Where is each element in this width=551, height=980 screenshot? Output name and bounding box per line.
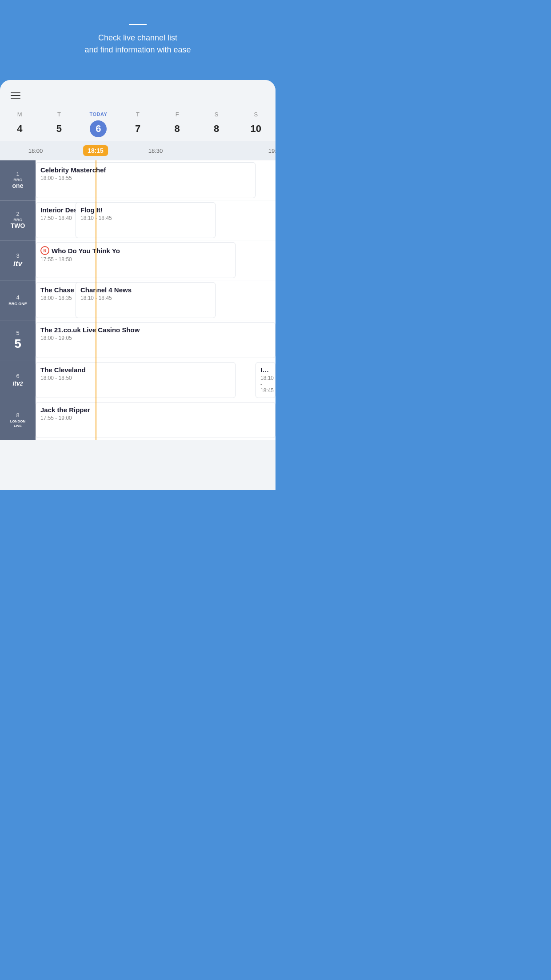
program-time: 18:10 - 18:45 (80, 295, 211, 301)
program-time: 17:55 - 18:50 (40, 256, 231, 263)
program-title-row: Jack the Ripper (40, 406, 271, 414)
date-day-letter: S (215, 111, 219, 118)
date-number: 8 (208, 120, 225, 137)
date-item[interactable]: S 8 (197, 111, 236, 137)
channel-logo: BBC ONE (8, 302, 27, 307)
program-item[interactable]: Channel 4 News18:10 - 18:45 (76, 282, 216, 318)
program-title: The 21.co.uk Live Casino Show (40, 326, 140, 334)
time-indicator (96, 400, 96, 440)
program-item[interactable]: RWho Do You Think Yo17:55 - 18:50 (36, 242, 236, 278)
time-slot-label: 18:00 (28, 147, 43, 154)
channel-row: 4BBC ONEThe Chase18:00 - 18:35Channel 4 … (0, 280, 276, 320)
channel-number: 4 (16, 294, 19, 301)
date-day-letter: T (57, 111, 61, 118)
date-item[interactable]: M 4 (0, 111, 40, 137)
channel-row: 3itvRWho Do You Think Yo17:55 - 18:50 (0, 240, 276, 280)
channel-row: 8LONDONLIVEJack the Ripper17:55 - 19:00 (0, 400, 276, 440)
program-item[interactable]: Interior Desi18:10 - 18:45 (256, 362, 276, 398)
program-title: Who Do You Think Yo (52, 247, 120, 255)
programs-area: The Cleveland18:00 - 18:50Interior Desi1… (36, 360, 276, 400)
programs-area: RWho Do You Think Yo17:55 - 18:50 (36, 240, 276, 280)
program-time: 18:00 - 19:05 (40, 335, 271, 341)
hero-section: Check live channel listand find informat… (0, 0, 276, 69)
programs-area: The Chase18:00 - 18:35Channel 4 News18:1… (36, 280, 276, 320)
date-strip: M 4 T 5 TODAY 6 T 7 F 8 S 8 S 10 (0, 106, 276, 141)
program-item[interactable]: The Cleveland18:00 - 18:50 (36, 362, 236, 398)
programs-area: Celebrity Masterchef18:00 - 18:55 (36, 160, 276, 200)
date-day-letter: T (136, 111, 140, 118)
program-title: Channel 4 News (80, 286, 132, 294)
channel-row: 6itv2The Cleveland18:00 - 18:50Interior … (0, 360, 276, 400)
channel-number: 5 (16, 330, 19, 336)
channel-number: 6 (16, 373, 19, 379)
program-title: Interior Desi (260, 366, 271, 374)
time-indicator (96, 360, 96, 400)
date-item[interactable]: TODAY 6 (79, 112, 118, 137)
date-number: 4 (11, 120, 28, 137)
program-title-row: RWho Do You Think Yo (40, 246, 231, 255)
channel-logo: BBCTWO (11, 218, 25, 229)
channel-label: 2BBCTWO (0, 200, 36, 240)
channel-number: 8 (16, 412, 19, 418)
channel-row: 1BBConeCelebrity Masterchef18:00 - 18:55 (0, 160, 276, 200)
program-title-row: Celebrity Masterchef (40, 166, 251, 174)
hero-divider (129, 24, 147, 25)
program-title: The Chase (40, 286, 74, 294)
menu-icon[interactable] (11, 92, 20, 99)
channel-logo: itv (13, 260, 22, 268)
time-indicator (96, 240, 96, 280)
channel-row: 55The 21.co.uk Live Casino Show18:00 - 1… (0, 320, 276, 360)
channel-logo: LONDONLIVE (10, 419, 26, 429)
current-time-label: 18:15 (83, 145, 108, 156)
time-indicator (96, 200, 96, 240)
program-time: 17:55 - 19:00 (40, 415, 271, 421)
program-title-row: The Cleveland (40, 366, 231, 374)
channel-logo: 5 (14, 337, 21, 351)
today-label: TODAY (90, 112, 108, 117)
program-item[interactable]: Jack the Ripper17:55 - 19:00 (36, 402, 276, 438)
date-number: 8 (169, 120, 186, 137)
time-indicator (96, 320, 96, 360)
date-number: 10 (248, 120, 264, 137)
date-number: 5 (51, 120, 68, 137)
channel-number: 3 (16, 252, 19, 259)
date-item[interactable]: T 7 (118, 111, 158, 137)
date-number: 6 (90, 120, 107, 137)
time-slot-label: 18:30 (148, 147, 163, 154)
date-item[interactable]: T 5 (40, 111, 79, 137)
program-title: The Cleveland (40, 366, 86, 374)
time-header: 18:0018:1518:3019:00 (0, 141, 276, 160)
date-day-letter: F (176, 111, 179, 118)
program-time: 18:10 - 18:45 (80, 215, 211, 221)
date-item[interactable]: F 8 (157, 111, 197, 137)
channel-label: 3itv (0, 240, 36, 280)
program-title-row: Channel 4 News (80, 286, 211, 294)
app-card: M 4 T 5 TODAY 6 T 7 F 8 S 8 S 10 18:0018… (0, 80, 276, 490)
channel-label: 1BBCone (0, 160, 36, 200)
program-title: Jack the Ripper (40, 406, 90, 414)
program-item[interactable]: Celebrity Masterchef18:00 - 18:55 (36, 162, 256, 198)
channel-row: 2BBCTWOInterior Design Maste17:50 - 18:4… (0, 200, 276, 240)
programs-area: Interior Design Maste17:50 - 18:40Flog I… (36, 200, 276, 240)
program-item[interactable]: The 21.co.uk Live Casino Show18:00 - 19:… (36, 322, 276, 358)
channel-label: 6itv2 (0, 360, 36, 400)
channel-number: 1 (16, 171, 19, 177)
channel-logo: itv2 (12, 380, 23, 387)
channel-label: 8LONDONLIVE (0, 400, 36, 440)
hero-subtitle: Check live channel listand find informat… (84, 32, 191, 56)
program-badge: R (40, 246, 49, 255)
channel-label: 55 (0, 320, 36, 360)
program-title-row: Flog It! (80, 206, 211, 214)
program-time: 18:00 - 18:55 (40, 175, 251, 181)
channel-number: 2 (16, 211, 19, 217)
time-slot-label: 19:00 (268, 147, 276, 154)
date-day-letter: S (254, 111, 258, 118)
guide-container: 18:0018:1518:3019:00 1BBConeCelebrity Ma… (0, 141, 276, 440)
programs-area: The 21.co.uk Live Casino Show18:00 - 19:… (36, 320, 276, 360)
program-item[interactable]: Flog It!18:10 - 18:45 (76, 202, 216, 238)
channel-logo: BBCone (12, 178, 24, 189)
programs-area: Jack the Ripper17:55 - 19:00 (36, 400, 276, 440)
program-title-row: Interior Desi (260, 366, 271, 374)
date-item[interactable]: S 10 (236, 111, 276, 137)
date-number: 7 (129, 120, 146, 137)
